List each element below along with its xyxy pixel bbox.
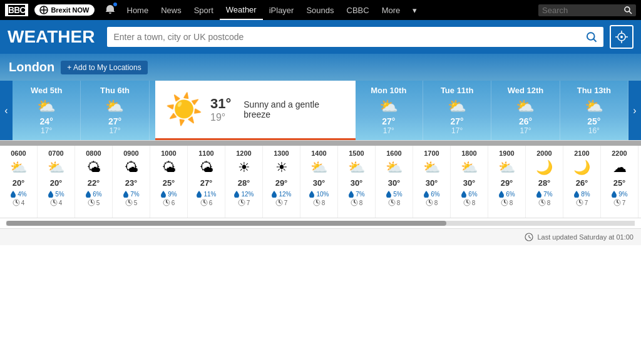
nav-more[interactable]: More (376, 0, 407, 20)
hour-temp: 22° (76, 178, 111, 188)
active-day-detail: ☀️ 31° 19° Sunny and a gentle breeze (155, 81, 356, 140)
rain-icon (160, 190, 167, 198)
hour-rain: 7% (527, 190, 562, 198)
hour-temp: 29° (490, 178, 524, 188)
hour-temp: 26° (565, 178, 599, 188)
hour-rain: 7% (339, 190, 374, 198)
hour-weather-icon: ⛅ (339, 159, 374, 176)
search-icon[interactable] (585, 31, 598, 43)
hour-wind: 7 (264, 199, 299, 206)
hour-label: 2100 (565, 149, 599, 157)
hour-col-17: 2300 ☁ 24° 8% 6 (638, 146, 641, 218)
hour-temp: 30° (377, 178, 411, 188)
scrollbar-track[interactable] (6, 221, 635, 226)
hour-rain: 5% (377, 190, 411, 198)
hour-rain: 4% (1, 190, 36, 198)
hour-rain: 6% (76, 190, 111, 198)
notification-dot (113, 3, 117, 6)
wind-icon (238, 199, 245, 206)
day-weather-icon: ⛅ (495, 98, 555, 115)
hour-temp: 23° (114, 178, 148, 188)
notifications-bell[interactable] (105, 4, 116, 17)
nav-news[interactable]: News (155, 0, 188, 20)
hour-temp: 30° (302, 178, 336, 188)
day-temp-low: 16° (564, 126, 624, 135)
hour-col-2: 0800 🌤 22° 6% 5 (75, 146, 113, 218)
rain-icon (611, 190, 617, 198)
day-card-1[interactable]: Thu 6th ⛅ 27° 17° (81, 81, 149, 140)
day-temp-high: 25° (564, 116, 624, 126)
day-card-0[interactable]: Wed 5th ⛅ 24° 17° (13, 81, 81, 140)
svg-line-4 (629, 11, 632, 14)
brexit-label: Brexit NOW (51, 6, 89, 14)
nav-cbbc[interactable]: CBBC (341, 0, 376, 20)
hour-temp: 30° (339, 178, 374, 188)
hour-weather-icon: 🌙 (565, 159, 599, 176)
hour-label: 2200 (602, 149, 637, 157)
hour-rain: 12% (227, 190, 261, 198)
hour-col-6: 1200 ☀ 28° 12% 7 (225, 146, 263, 218)
nav-weather[interactable]: Weather (220, 0, 263, 20)
hour-col-16: 2200 ☁ 25° 9% 7 (601, 146, 638, 218)
day-temp-high: 27° (427, 116, 487, 126)
day-label: Wed 5th (16, 86, 76, 95)
day-card-5[interactable]: Mon 10th ⛅ 27° 17° (355, 81, 423, 140)
hour-weather-icon: 🌙 (527, 159, 562, 176)
hour-weather-icon: ⛅ (1, 159, 36, 176)
nav-more-arrow[interactable]: ▾ (406, 0, 423, 20)
hour-label: 0800 (76, 149, 111, 157)
nav-iplayer[interactable]: iPlayer (263, 0, 300, 20)
day-weather-icon: ⛅ (564, 98, 624, 115)
top-navigation: BBC Brexit NOW Home News Sport Weather i… (0, 0, 641, 20)
hour-wind: 5 (114, 199, 148, 206)
last-updated-text: Last updated Saturday at 01:00 (537, 233, 633, 241)
hour-col-9: 1500 ⛅ 30° 7% 8 (338, 146, 376, 218)
day-card-8[interactable]: Thu 13th ⛅ 25° 16° (560, 81, 628, 140)
rain-icon (10, 190, 16, 198)
wind-icon (313, 199, 320, 206)
hour-weather-icon: ⛅ (490, 159, 524, 176)
weather-title: WEATHER (8, 27, 95, 47)
crosshair-icon (615, 31, 628, 43)
locate-me-button[interactable] (610, 25, 633, 49)
brexit-badge[interactable]: Brexit NOW (34, 4, 94, 16)
active-temp-low: 19° (210, 112, 231, 123)
hour-label: 1400 (302, 149, 336, 157)
wind-icon (463, 199, 471, 206)
day-card-6[interactable]: Tue 11th ⛅ 27° 17° (423, 81, 491, 140)
top-search-box[interactable] (538, 4, 636, 16)
hour-weather-icon: 🌤 (189, 159, 223, 176)
next-day-button[interactable]: › (628, 81, 641, 140)
hour-wind: 7 (565, 199, 599, 206)
hour-temp: 28° (527, 178, 562, 188)
hourly-scroll: 0600 ⛅ 20° 4% 4 0700 ⛅ 20° 5% 4 0800 🌤 2… (0, 146, 641, 218)
hour-col-15: 2100 🌙 26° 8% 7 (563, 146, 601, 218)
hour-rain: 8% (565, 190, 599, 198)
day-temp-high: 27° (359, 116, 419, 126)
hour-temp: 27° (189, 178, 223, 188)
hour-temp: 25° (602, 178, 637, 188)
top-search-input[interactable] (542, 6, 623, 15)
location-search-box[interactable] (107, 27, 603, 47)
hour-label: 1300 (264, 149, 299, 157)
search-icon (623, 6, 632, 14)
hour-label: 2000 (527, 149, 562, 157)
prev-day-button[interactable]: ‹ (0, 81, 13, 140)
nav-home[interactable]: Home (121, 0, 155, 20)
hour-wind: 8 (339, 199, 374, 206)
rain-icon (386, 190, 392, 198)
hour-label: 1100 (189, 149, 223, 157)
hour-wind: 6 (151, 199, 186, 206)
hour-weather-icon: ☀ (227, 159, 261, 176)
hour-col-10: 1600 ⛅ 30° 5% 8 (376, 146, 413, 218)
hour-wind: 7 (602, 199, 637, 206)
city-name: London (9, 60, 54, 74)
add-location-button[interactable]: + Add to My Locations (61, 61, 147, 74)
location-input[interactable] (113, 32, 585, 42)
bbc-logo[interactable]: BBC (5, 4, 28, 16)
nav-sounds[interactable]: Sounds (300, 0, 340, 20)
hour-label: 0900 (114, 149, 148, 157)
nav-sport[interactable]: Sport (188, 0, 220, 20)
day-card-7[interactable]: Wed 12th ⛅ 26° 17° (491, 81, 560, 140)
hour-col-13: 1900 ⛅ 29° 6% 8 (488, 146, 526, 218)
